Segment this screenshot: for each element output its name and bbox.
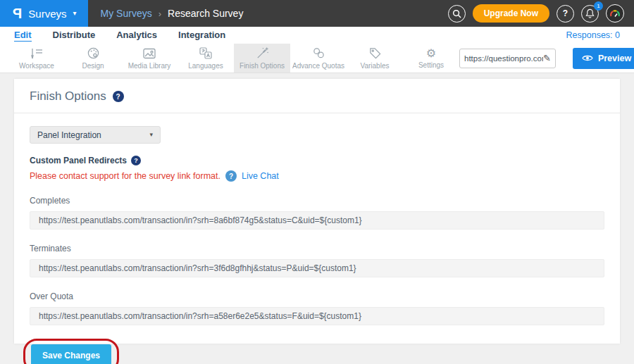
preview-button[interactable]: Preview — [573, 48, 634, 69]
save-changes-area: Save Changes — [31, 344, 111, 364]
card-body: Panel Integration ▾ Custom Panel Redirec… — [14, 113, 620, 364]
preview-label: Preview — [598, 54, 631, 63]
toolbar-item-finish-options[interactable]: Finish Options — [234, 44, 290, 73]
breadcrumb-current-survey: Research Survey — [168, 8, 243, 19]
save-changes-button[interactable]: Save Changes — [31, 344, 111, 364]
breadcrumb: My Surveys › Research Survey — [101, 8, 244, 19]
survey-url-box: ✎ — [459, 49, 556, 68]
custom-panel-redirects-label: Custom Panel Redirects — [30, 156, 127, 165]
toolbar-label: Advance Quotas — [292, 62, 344, 70]
notification-badge: 1 — [594, 1, 603, 11]
support-notice-text: Please contact support for the survey li… — [30, 171, 220, 181]
notifications-button[interactable]: 1 — [581, 5, 599, 23]
chevron-down-icon: ▾ — [73, 10, 77, 17]
over-quota-url-input[interactable] — [30, 307, 604, 325]
card-header: Finish Options ? — [14, 79, 620, 113]
toolbar-item-languages[interactable]: Languages — [178, 44, 234, 73]
completes-label: Completes — [30, 196, 604, 206]
completes-url-input[interactable] — [30, 211, 604, 230]
translate-icon — [199, 46, 213, 60]
search-button[interactable] — [448, 5, 466, 23]
live-chat-icon[interactable]: ? — [225, 170, 237, 182]
responses-count[interactable]: Responses: 0 — [566, 30, 620, 40]
eye-icon — [582, 54, 593, 62]
tab-distribute[interactable]: Distribute — [53, 30, 96, 41]
image-icon — [142, 47, 156, 60]
tab-edit[interactable]: Edit — [14, 30, 32, 42]
breadcrumb-separator-icon: › — [158, 8, 161, 19]
palette-icon — [87, 46, 100, 60]
toolbar-item-design[interactable]: Design — [65, 44, 121, 73]
custom-panel-help-icon[interactable]: ? — [131, 156, 141, 165]
toolbar-label: Media Library — [128, 62, 171, 70]
toolbar-item-workspace[interactable]: Workspace — [8, 44, 65, 73]
gear-icon: ⚙ — [426, 48, 436, 59]
edit-toolbar: Workspace Design Media Library Languages — [0, 44, 634, 73]
finish-option-type-select[interactable]: Panel Integration ▾ — [30, 126, 161, 144]
section-heading-row: Custom Panel Redirects ? — [30, 156, 604, 165]
questionpro-logo-icon: P — [13, 6, 22, 22]
survey-url-input[interactable] — [464, 54, 543, 63]
tab-analytics[interactable]: Analytics — [116, 30, 157, 41]
page-title: Finish Options — [30, 89, 106, 103]
over-quota-label: Over Quota — [30, 291, 604, 301]
finish-options-card: Finish Options ? Panel Integration ▾ Cus… — [14, 79, 620, 344]
user-avatar[interactable] — [606, 4, 624, 23]
toolbar-label: Workspace — [19, 62, 54, 70]
toolbar-label: Finish Options — [240, 62, 285, 70]
help-button[interactable]: ? — [557, 5, 574, 23]
bell-icon — [585, 8, 595, 18]
page-content: Finish Options ? Panel Integration ▾ Cus… — [0, 73, 634, 364]
toolbar-item-variables[interactable]: Variables — [347, 44, 403, 73]
live-chat-link[interactable]: Live Chat — [242, 171, 279, 181]
search-icon — [452, 9, 461, 18]
dropdown-selected-value: Panel Integration — [37, 130, 101, 140]
link-icon — [312, 46, 325, 60]
toolbar-item-media-library[interactable]: Media Library — [121, 44, 178, 73]
toolbar-item-advance-quotas[interactable]: Advance Quotas — [290, 44, 347, 73]
tab-integration[interactable]: Integration — [178, 30, 225, 41]
upgrade-now-button[interactable]: Upgrade Now — [473, 4, 549, 23]
chevron-down-icon: ▾ — [149, 132, 153, 138]
toolbar-label: Languages — [188, 62, 223, 70]
toolbar-label: Settings — [418, 61, 444, 69]
product-switcher[interactable]: P Surveys ▾ — [0, 0, 88, 27]
top-bar: P Surveys ▾ My Surveys › Research Survey… — [0, 0, 634, 27]
terminates-label: Terminates — [30, 244, 604, 253]
finish-options-help-icon[interactable]: ? — [113, 91, 124, 102]
breadcrumb-my-surveys[interactable]: My Surveys — [101, 8, 152, 19]
toolbar-label: Variables — [361, 62, 390, 70]
survey-subnav: Edit Distribute Analytics Integration Re… — [0, 27, 634, 44]
workspace-icon — [30, 47, 44, 60]
topbar-actions: Upgrade Now ? 1 — [448, 4, 634, 23]
product-name: Surveys — [28, 8, 66, 20]
toolbar-label: Design — [82, 62, 104, 70]
toolbar-item-settings[interactable]: ⚙ Settings — [403, 44, 459, 73]
gauge-icon — [609, 9, 621, 18]
edit-url-icon[interactable]: ✎ — [543, 53, 551, 63]
wand-icon — [256, 46, 269, 60]
support-notice-row: Please contact support for the survey li… — [30, 170, 604, 182]
tag-icon — [368, 46, 382, 60]
terminates-url-input[interactable] — [30, 259, 604, 277]
